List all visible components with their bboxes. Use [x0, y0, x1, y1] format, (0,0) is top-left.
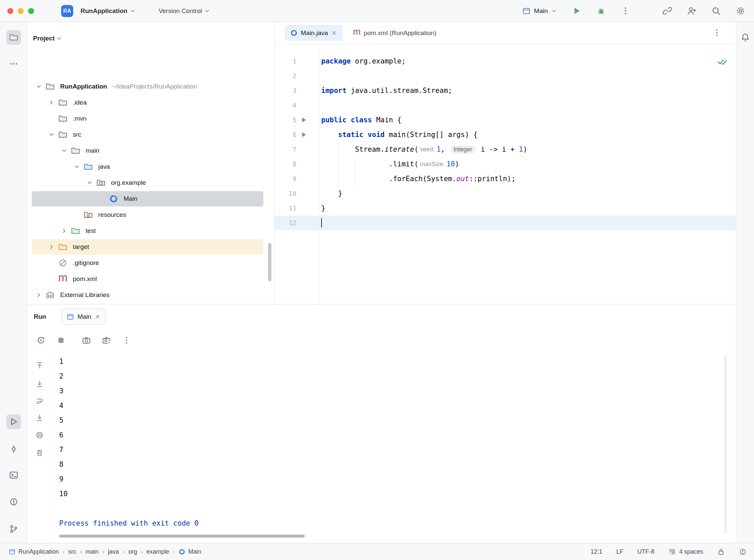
more-tool-button[interactable]	[6, 57, 21, 71]
chevron-down-icon[interactable]	[61, 147, 67, 154]
chevron-down-icon	[204, 8, 210, 14]
terminal-tool-button[interactable]	[6, 468, 21, 482]
chevron-down-icon[interactable]	[35, 83, 42, 90]
jump-to-top-button[interactable]	[33, 359, 46, 372]
gutter-slot	[296, 116, 311, 124]
chevron-down-icon[interactable]	[74, 163, 80, 170]
clear-all-button[interactable]	[33, 446, 46, 459]
run-line-icon[interactable]	[300, 116, 307, 124]
more-actions-button[interactable]	[621, 6, 630, 16]
breadcrumb-main[interactable]: main	[85, 548, 99, 555]
code-line-2: 2	[274, 68, 736, 83]
tree-item-external-libraries[interactable]: External Libraries	[27, 287, 274, 303]
tree-item-target[interactable]: target	[27, 239, 274, 255]
rerun-button[interactable]	[35, 334, 47, 346]
class-icon	[290, 29, 298, 37]
project-scrollbar[interactable]	[268, 243, 271, 281]
project-tool-button[interactable]	[6, 30, 21, 45]
line-separator[interactable]: LF	[616, 548, 623, 555]
run-config-selector[interactable]: Main	[522, 7, 557, 15]
folder-icon	[71, 146, 80, 155]
chevron-right-icon[interactable]	[48, 244, 55, 250]
code-line-9: 9 .forEach(System.out::println);	[274, 172, 736, 186]
breadcrumb-org[interactable]: org	[128, 548, 137, 555]
run-tool-button[interactable]	[6, 414, 21, 429]
breadcrumb-java[interactable]: java	[108, 548, 119, 555]
tree-item-resources[interactable]: resources	[27, 207, 274, 223]
chevron-right-icon[interactable]	[48, 99, 55, 106]
tab-main-java[interactable]: Main.java	[285, 25, 342, 40]
maximize-window-button[interactable]	[28, 8, 34, 14]
console-hscrollbar[interactable]	[59, 535, 305, 538]
tree-item-main[interactable]: Main	[27, 191, 274, 207]
print-button[interactable]	[33, 428, 46, 442]
tab-pom-xml[interactable]: m pom.xml (RunApplication)	[348, 25, 441, 40]
run-tab-main[interactable]: Main	[61, 309, 106, 325]
breadcrumb-example[interactable]: example	[146, 548, 169, 555]
settings-button[interactable]	[736, 6, 745, 16]
breadcrumb-main[interactable]: Main	[178, 548, 201, 555]
console[interactable]: 12345678910Process finished with exit co…	[27, 352, 736, 543]
debug-button[interactable]	[596, 6, 606, 16]
soft-wrap-button[interactable]	[33, 394, 46, 408]
breadcrumb-src[interactable]: src	[68, 548, 76, 555]
tree-item-org-example[interactable]: org.example	[27, 175, 274, 191]
minimize-window-button[interactable]	[18, 8, 24, 14]
inspections-status-icon[interactable]	[717, 57, 727, 67]
breadcrumb-label: java	[108, 548, 119, 555]
project-panel-header[interactable]: Project	[33, 35, 62, 42]
close-window-button[interactable]	[7, 8, 13, 14]
tree-item-src[interactable]: src	[27, 127, 274, 143]
line-number: 1	[274, 58, 296, 65]
code-editor[interactable]: 1package org.example;23import java.util.…	[274, 44, 736, 304]
ignored-icon	[58, 258, 67, 268]
folder-icon	[58, 130, 67, 139]
indent-style[interactable]: 4 spaces	[669, 548, 703, 556]
link-icon[interactable]	[662, 6, 672, 16]
tree-item-main[interactable]: main	[27, 143, 274, 159]
vcs-menu-button[interactable]: Version Control	[155, 5, 214, 17]
project-menu-button[interactable]: RunApplication	[77, 5, 139, 17]
screenshot-button[interactable]	[80, 334, 92, 346]
scroll-to-end-button[interactable]	[33, 411, 46, 424]
caret-position[interactable]: 12:1	[591, 548, 602, 555]
app-window-icon	[9, 548, 16, 555]
chevron-right-icon[interactable]	[35, 292, 42, 298]
more-button[interactable]	[120, 334, 132, 346]
chevron-down-icon	[56, 35, 62, 42]
editor-options-button[interactable]	[713, 28, 721, 37]
folder-icon	[58, 114, 67, 123]
close-tab-icon[interactable]	[95, 314, 101, 320]
chevron-right-icon[interactable]	[61, 227, 67, 234]
problems-tool-button[interactable]	[6, 495, 21, 509]
run-button[interactable]	[572, 6, 581, 16]
tree-item-pom-xml[interactable]: mpom.xml	[27, 271, 274, 287]
tree-item-gitignore[interactable]: .gitignore	[27, 255, 274, 271]
console-output: 12345678910Process finished with exit co…	[59, 354, 716, 531]
file-encoding[interactable]: UTF-8	[637, 548, 654, 555]
commit-tool-button[interactable]	[6, 442, 21, 456]
run-line-icon[interactable]	[300, 131, 307, 138]
version-control-tool-button[interactable]	[6, 522, 21, 536]
highlighting-status-icon[interactable]	[739, 548, 747, 556]
tree-item-java[interactable]: java	[27, 159, 274, 175]
jump-to-bottom-button[interactable]	[33, 377, 46, 390]
add-user-button[interactable]	[687, 6, 696, 16]
code-line-11: 11}	[274, 201, 736, 216]
lock-icon[interactable]	[717, 548, 725, 556]
tree-item-idea[interactable]: .idea	[27, 95, 274, 111]
console-vscrollbar[interactable]	[724, 355, 727, 534]
stop-button[interactable]	[55, 334, 67, 346]
notifications-button[interactable]	[738, 30, 753, 45]
tree-item-runapplication[interactable]: RunApplication~/IdeaProjects/RunApplicat…	[27, 79, 274, 95]
tree-item-test[interactable]: test	[27, 223, 274, 239]
tree-chevron-slot	[45, 99, 58, 106]
chevron-down-icon[interactable]	[86, 179, 93, 186]
chevron-down-icon[interactable]	[48, 131, 55, 138]
close-tab-icon[interactable]	[331, 30, 337, 36]
breadcrumb-runapplication[interactable]: RunApplication	[9, 548, 59, 555]
tree-item-mvn[interactable]: .mvn	[27, 111, 274, 127]
console-line: 6	[59, 428, 716, 442]
screenshot-settings-button[interactable]	[100, 334, 112, 346]
search-button[interactable]	[711, 6, 721, 16]
